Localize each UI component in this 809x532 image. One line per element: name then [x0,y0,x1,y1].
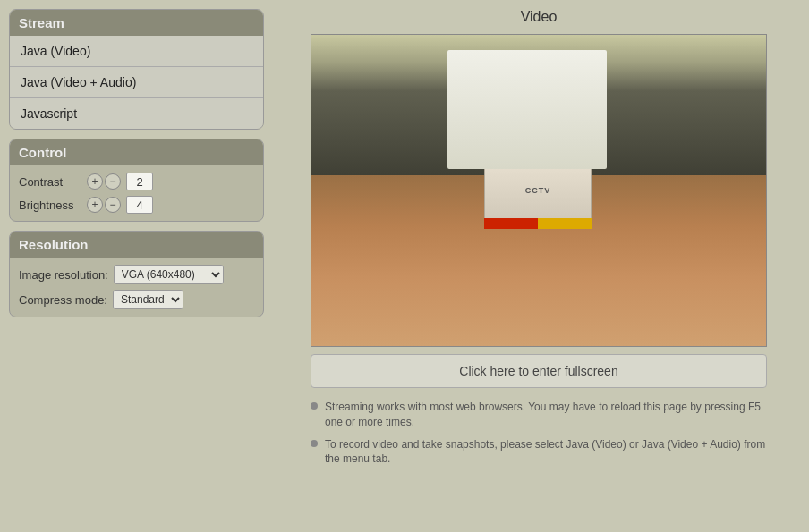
note-bullet-2 [311,440,318,447]
note-item-1: Streaming works with most web browsers. … [311,400,767,430]
notes-section: Streaming works with most web browsers. … [311,395,767,471]
stream-list: Java (Video) Java (Video + Audio) Javasc… [10,36,263,129]
note-item-2: To record video and take snapshots, plea… [311,437,767,468]
compress-mode-label: Compress mode: [19,293,107,307]
brightness-decrement-button[interactable]: − [105,197,121,213]
note-bullet-1 [311,402,318,410]
contrast-row: Contrast + − [19,173,254,190]
control-body: Contrast + − Brightness + − [10,165,263,221]
compress-mode-row: Compress mode: Standard High Low [19,290,254,309]
cctv-label: CCTV [525,186,551,195]
video-feed: CCTV [311,35,766,346]
right-panel: Video CCTV Click here to enter fullscree… [277,9,800,523]
contrast-label: Contrast [19,175,81,189]
stream-card: Stream Java (Video) Java (Video + Audio)… [9,9,264,130]
brightness-row: Brightness + − [19,196,254,214]
resolution-header: Resolution [10,232,263,258]
video-container: CCTV [311,34,767,347]
brightness-increment-button[interactable]: + [87,197,103,213]
fullscreen-button[interactable]: Click here to enter fullscreen [311,354,767,388]
resolution-card: Resolution Image resolution: VGA (640x48… [9,231,264,317]
brightness-value[interactable] [126,196,153,214]
note-text-1: Streaming works with most web browsers. … [325,400,767,430]
box-stripe [484,218,592,229]
control-header: Control [10,139,263,165]
note-text-2: To record video and take snapshots, plea… [325,437,767,468]
brightness-label: Brightness [19,198,81,212]
image-resolution-select[interactable]: VGA (640x480) QVGA (320x240) HD (1280x72… [114,265,224,284]
contrast-buttons: + − [87,173,121,190]
contrast-increment-button[interactable]: + [87,173,103,190]
contrast-value[interactable] [126,173,153,190]
control-card: Control Contrast + − Brightness + − [9,139,264,222]
video-title: Video [521,9,558,25]
brightness-buttons: + − [87,197,121,213]
left-panel: Stream Java (Video) Java (Video + Audio)… [9,9,264,523]
stream-item-java-video[interactable]: Java (Video) [10,36,263,67]
resolution-body: Image resolution: VGA (640x480) QVGA (32… [10,258,263,317]
stream-item-javascript[interactable]: Javascript [10,98,263,129]
compress-mode-select[interactable]: Standard High Low [113,290,183,309]
image-resolution-row: Image resolution: VGA (640x480) QVGA (32… [19,265,254,284]
contrast-decrement-button[interactable]: − [105,173,121,190]
cctv-box: CCTV [484,159,592,222]
image-resolution-label: Image resolution: [19,268,108,282]
stream-header: Stream [10,10,263,36]
stream-item-java-video-audio[interactable]: Java (Video + Audio) [10,67,263,98]
